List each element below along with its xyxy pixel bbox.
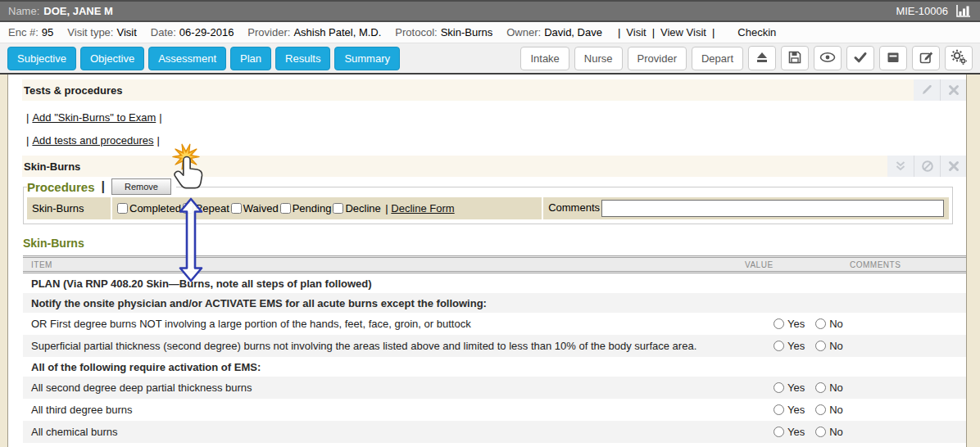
decline-checkbox[interactable] bbox=[333, 203, 343, 214]
item-text: All of the following require activation … bbox=[23, 361, 749, 373]
intake-button[interactable]: Intake bbox=[520, 47, 569, 70]
edit-icon bbox=[919, 50, 934, 67]
item-value-cell: YesNo bbox=[749, 382, 941, 394]
tab-plan[interactable]: Plan bbox=[230, 47, 271, 70]
radio-label: No bbox=[829, 340, 843, 352]
encounter-field: Protocol:Skin-Burns bbox=[395, 26, 492, 38]
pipe: | bbox=[157, 134, 160, 147]
remove-button[interactable]: Remove bbox=[111, 178, 171, 195]
radio-no[interactable] bbox=[815, 404, 826, 415]
collapse-icon[interactable] bbox=[887, 156, 914, 177]
radio-option-yes[interactable]: Yes bbox=[774, 340, 805, 352]
settings-button[interactable] bbox=[945, 46, 973, 70]
pencil-icon[interactable] bbox=[914, 79, 940, 101]
checkbox-label: Completed bbox=[129, 202, 181, 214]
close-icon[interactable] bbox=[940, 79, 966, 101]
field-value: 95 bbox=[42, 26, 53, 38]
table-row: All chemical burnsYesNo bbox=[23, 421, 966, 443]
tab-assessment[interactable]: Assessment bbox=[148, 47, 226, 70]
block-icon[interactable] bbox=[914, 156, 940, 177]
edit-button[interactable] bbox=[912, 46, 940, 70]
check-button[interactable] bbox=[846, 46, 874, 70]
radio-no[interactable] bbox=[815, 427, 826, 437]
radio-no[interactable] bbox=[815, 382, 826, 393]
radio-yes[interactable] bbox=[774, 341, 784, 351]
visit-link-visit[interactable]: Visit bbox=[626, 26, 646, 38]
radio-option-yes[interactable]: Yes bbox=[774, 404, 805, 416]
skin-burns-header-icons bbox=[887, 156, 966, 177]
radio-yes[interactable] bbox=[774, 318, 784, 329]
table-row: All third degree burnsYesNo bbox=[23, 399, 966, 421]
save-button[interactable] bbox=[781, 46, 809, 70]
table-row: Notify the onsite physician and/or ACTIV… bbox=[23, 293, 966, 313]
field-label: Provider: bbox=[247, 26, 290, 38]
archive-button[interactable] bbox=[879, 46, 907, 70]
field-value: David, Dave bbox=[544, 26, 602, 38]
radio-yes[interactable] bbox=[774, 404, 784, 415]
radio-option-no[interactable]: No bbox=[815, 340, 843, 352]
checkbox-completed[interactable]: Completed bbox=[117, 202, 181, 214]
toolbar-icon-buttons bbox=[748, 46, 973, 70]
radio-label: No bbox=[829, 404, 843, 416]
tab-results[interactable]: Results bbox=[275, 47, 330, 70]
save-icon bbox=[787, 50, 802, 67]
bar-chart-icon[interactable] bbox=[955, 4, 972, 18]
toolbar: SubjectiveObjectiveAssessmentPlanResults… bbox=[0, 43, 980, 74]
visit-link-view-visit[interactable]: View Visit bbox=[660, 26, 706, 38]
item-value-cell: YesNo bbox=[749, 426, 941, 438]
radio-option-no[interactable]: No bbox=[815, 404, 843, 416]
tab-subjective[interactable]: Subjective bbox=[7, 47, 76, 70]
eject-icon bbox=[755, 50, 769, 67]
preview-button[interactable] bbox=[814, 46, 842, 70]
add-skin-burns-to-exam-link[interactable]: Add "Skin-Burns" to Exam bbox=[32, 111, 156, 124]
comments-input[interactable] bbox=[601, 200, 944, 217]
item-text: All chemical burns bbox=[23, 426, 749, 438]
checkbox-label: Pending bbox=[293, 202, 332, 214]
checkin-link[interactable]: Checkin bbox=[737, 26, 776, 38]
radio-yes[interactable] bbox=[774, 382, 784, 393]
procedures-fieldset: Procedures | Remove Skin-Burns Completed… bbox=[23, 178, 953, 224]
checkbox-waived[interactable]: Waived bbox=[231, 202, 279, 214]
provider-button[interactable]: Provider bbox=[628, 47, 687, 70]
nurse-button[interactable]: Nurse bbox=[574, 47, 623, 70]
item-text: OR First degree burns NOT involving a la… bbox=[23, 318, 749, 330]
field-value: Ashish Patel, M.D. bbox=[293, 26, 381, 38]
waived-checkbox[interactable] bbox=[231, 203, 242, 214]
tab-summary[interactable]: Summary bbox=[334, 47, 400, 70]
click-cursor-icon bbox=[165, 142, 211, 196]
encounter-bar: Enc #:95Visit type:VisitDate:06-29-2016P… bbox=[0, 22, 980, 43]
field-label: Enc #: bbox=[8, 26, 39, 38]
eject-button[interactable] bbox=[748, 46, 776, 70]
radio-option-yes[interactable]: Yes bbox=[774, 426, 805, 438]
encounter-field: Enc #:95 bbox=[8, 26, 53, 38]
radio-option-yes[interactable]: Yes bbox=[774, 382, 805, 394]
encounter-fields: Enc #:95Visit type:VisitDate:06-29-2016P… bbox=[8, 26, 616, 38]
archive-icon bbox=[886, 50, 901, 67]
radio-option-no[interactable]: No bbox=[815, 382, 843, 394]
radio-option-no[interactable]: No bbox=[815, 318, 843, 330]
radio-option-yes[interactable]: Yes bbox=[774, 318, 805, 330]
radio-yes[interactable] bbox=[774, 427, 784, 437]
radio-label: No bbox=[829, 382, 843, 394]
pipe: | bbox=[652, 26, 655, 38]
radio-no[interactable] bbox=[815, 318, 826, 329]
chart-panel: Tests & procedures |Add "Skin-Burns" to … bbox=[7, 74, 967, 447]
depart-button[interactable]: Depart bbox=[692, 47, 743, 70]
checkbox-pending[interactable]: Pending bbox=[280, 202, 332, 214]
encounter-links: |Visit|View Visit|Checkin bbox=[618, 26, 776, 38]
item-value-cell: YesNo bbox=[749, 340, 941, 352]
field-value: Visit bbox=[116, 26, 136, 38]
radio-label: Yes bbox=[787, 382, 805, 394]
close-icon[interactable] bbox=[940, 156, 966, 177]
tab-objective[interactable]: Objective bbox=[80, 47, 144, 70]
radio-label: No bbox=[829, 318, 843, 330]
decline-form-link[interactable]: Decline Form bbox=[391, 202, 454, 214]
checkbox-decline[interactable]: Decline bbox=[333, 202, 380, 214]
radio-no[interactable] bbox=[815, 341, 826, 351]
add-tests-and-procedures-link[interactable]: Add tests and procedures bbox=[32, 134, 153, 147]
chart-tabs: SubjectiveObjectiveAssessmentPlanResults… bbox=[7, 47, 400, 70]
pending-checkbox[interactable] bbox=[280, 203, 291, 214]
completed-checkbox[interactable] bbox=[117, 203, 128, 214]
radio-option-no[interactable]: No bbox=[815, 426, 843, 438]
procedures-legend: Procedures | Remove bbox=[27, 178, 176, 195]
